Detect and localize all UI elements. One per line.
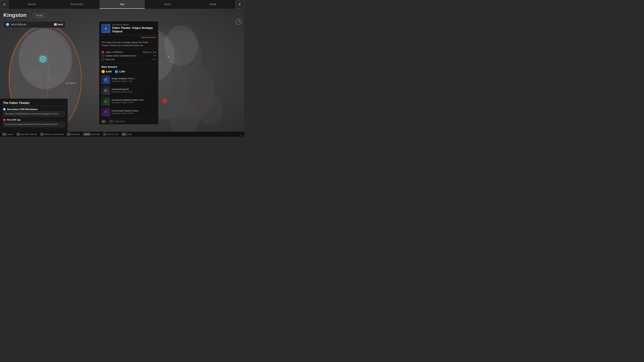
bottom-zoom: I Zoom In & Out (103, 133, 118, 136)
module-amount: 1,000 (119, 70, 125, 73)
difficulty-bar[interactable]: World Difficulty Hard (3, 21, 66, 28)
difficulty-hard-label: Hard (58, 23, 63, 26)
fallen-theater-map-label: The Fallen T... (66, 82, 77, 84)
f-key: F (40, 133, 44, 136)
fire-effect-name: Fire ATK Up (7, 118, 20, 121)
bottom-difficulty-rewards[interactable]: F Difficulty Level Rewards (40, 133, 64, 136)
mission-name: Fallen Theater: Vulgus Strategic Outpost (112, 26, 156, 33)
nav-map[interactable]: Map (100, 0, 145, 9)
f1-key: F1 (2, 133, 6, 136)
mission-tag: Reconnaissance (99, 35, 158, 39)
mission-description: The Vulgus have built a strategic outpos… (99, 39, 158, 49)
e-key: E (236, 0, 244, 9)
mission-header: II Zone Recon Mission Fallen Theater: Vu… (99, 21, 158, 35)
objective2-row: ⏱ Time Limit ? + ? (102, 58, 156, 61)
gold-reward: 6,000 (102, 70, 112, 73)
difficulty-rewards-label: Difficulty Level Rewards (44, 133, 64, 135)
selected-marker[interactable]: II (40, 56, 46, 62)
bottom-bar: F1 Legend R View Other Difficulty F Diff… (0, 132, 244, 137)
wasd-key: WASD (83, 133, 91, 136)
chill-effect-name: Decreases Chill Resistance (7, 108, 38, 111)
item-info-0: Shape Stabilizer Form 1 Acquisition Chan… (112, 77, 135, 82)
help-button[interactable]: ? (236, 19, 242, 25)
reward-item-1: HP Overwhelming HP Acquisition Chance: 5… (102, 86, 156, 95)
reward-title: Main Reward (102, 65, 156, 68)
item-info-3: Concentrate Support Ammo Acquisition Cha… (112, 109, 138, 114)
reward-items-list: Shape Stabilizer Form 1 Acquisition Chan… (102, 75, 156, 117)
bottom-close[interactable]: Esc Close (122, 133, 132, 136)
bottom-world-map[interactable]: G World Map (67, 133, 80, 136)
effect-fire: ! Fire ATK Up Enemies that appear have t… (3, 118, 65, 127)
bottom-legend[interactable]: F1 Legend (2, 133, 13, 136)
item-chance-1: Acquisition Chance: 5.0% (112, 91, 132, 93)
nav-access-info[interactable]: Access Info (54, 0, 99, 9)
item-info-1: Overwhelming HP Acquisition Chance: 5.0% (112, 88, 132, 93)
svg-point-38 (105, 111, 106, 112)
tooltip-scroll-bar: Alt + Tooltip Scroll (99, 118, 158, 124)
nav-journal[interactable]: Journal (9, 0, 54, 9)
item-info-2: Amorphous Material Pattern: 054 Acquisit… (112, 99, 144, 104)
objective1-label: Disable nearby Surveillance Tower. (106, 55, 152, 57)
reward-item-0: Shape Stabilizer Form 1 Acquisition Chan… (102, 75, 156, 85)
faction-row: ! Legion of Darkness Monster Lv. 100 (102, 51, 156, 53)
svg-text:HP: HP (105, 90, 107, 91)
map-area[interactable]: Kingston Private World Difficulty Hard I… (0, 9, 244, 132)
info-panel-title: The Fallen Theater (3, 101, 65, 106)
difficulty-value: Hard (54, 23, 63, 26)
objective2-label: Time Limit (106, 58, 150, 61)
mission-meta: ! Legion of Darkness Monster Lv. 100 ⚙ D… (99, 49, 158, 64)
svg-point-29 (105, 79, 107, 81)
reward-item-2: Amorphous Material Pattern: 054 Acquisit… (102, 96, 156, 106)
item-thumb-2 (102, 97, 110, 105)
private-badge: Private (34, 13, 45, 17)
esc-key: Esc (122, 133, 126, 136)
svg-text:II: II (106, 28, 106, 29)
item-chance-2: Acquisition Chance: 25.0% (112, 102, 144, 104)
faction-name: Legion of Darkness (106, 51, 142, 53)
watermark: IGN (240, 135, 243, 136)
alt-key: Alt (102, 120, 106, 123)
reward-item-3: Concentrate Support Ammo Acquisition Cha… (102, 107, 156, 117)
svg-text:!: ! (103, 52, 103, 53)
item-name-0: Shape Stabilizer Form 1 (112, 77, 135, 80)
monster-level: Monster Lv. 100 (143, 51, 156, 53)
objective1-count: ?/? (154, 55, 156, 57)
chill-effect-desc: Decreases Chill Resistance of enemies th… (3, 111, 65, 116)
info-panel: The Fallen Theater Decreases Chill Resis… (0, 98, 68, 132)
selected-marker-center (42, 58, 44, 60)
module-reward: 1,000 (115, 70, 125, 73)
reward-section: Main Reward 6,000 1,000 Shape Stab (99, 64, 158, 118)
effect-chill: Decreases Chill Resistance Decreases Chi… (3, 108, 65, 116)
bottom-view-difficulty[interactable]: R View Other Difficulty (16, 133, 37, 136)
hard-bars-icon (54, 23, 56, 26)
tooltip-scroll-label: Tooltip Scroll (114, 120, 125, 123)
nav-quest[interactable]: Quest (145, 0, 190, 9)
q-key: Q (0, 0, 9, 9)
selected-marker-label: II (40, 58, 40, 60)
scroll-icon (110, 120, 112, 123)
marker-red-7[interactable] (163, 99, 166, 103)
objective2-count: ? + ? (152, 58, 156, 60)
difficulty-label: World Difficulty (11, 23, 54, 26)
item-name-2: Amorphous Material Pattern: 054 (112, 99, 144, 101)
module-icon (115, 70, 118, 73)
hard-bar-2 (56, 23, 56, 26)
task-icon-2: ⏱ (102, 58, 104, 61)
effect-chill-header: Decreases Chill Resistance (3, 108, 65, 111)
diamond-icon-7 (162, 98, 167, 104)
item-thumb-1: HP (102, 86, 110, 95)
mission-type: Zone Recon Mission (112, 24, 156, 26)
nav-social[interactable]: Social (190, 0, 236, 9)
view-difficulty-label: View Other Difficulty (20, 133, 37, 135)
mission-title-area: Zone Recon Mission Fallen Theater: Vulgu… (112, 24, 156, 33)
world-map-label: World Map (71, 133, 80, 135)
top-navigation: Q Journal Access Info Map Quest Social E (0, 0, 244, 9)
item-name-3: Concentrate Support Ammo (112, 109, 138, 112)
zoom-label: Zoom In & Out (106, 133, 118, 135)
item-thumb-0 (102, 76, 110, 84)
r-key: R (16, 133, 20, 136)
chill-icon (3, 108, 6, 111)
location-title: Kingston (3, 12, 27, 18)
selected-marker-circle (40, 56, 46, 62)
faction-icon: ! (102, 51, 104, 53)
